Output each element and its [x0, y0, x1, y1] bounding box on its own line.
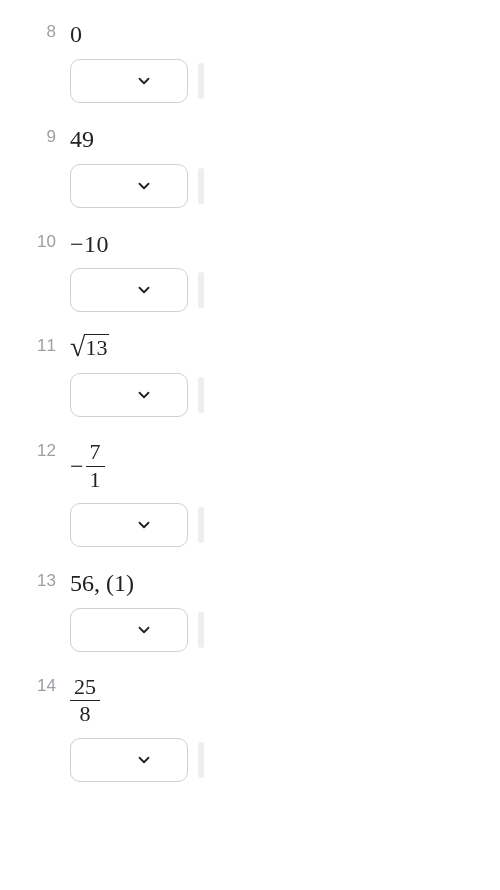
answer-select[interactable] — [70, 268, 188, 312]
question-expression: 56, (1) — [70, 569, 134, 598]
chevron-down-icon — [135, 516, 153, 534]
chevron-down-icon — [135, 72, 153, 90]
chevron-down-icon — [135, 177, 153, 195]
drag-handle[interactable] — [198, 612, 204, 648]
question-expression: √13 — [70, 334, 109, 363]
chevron-down-icon — [135, 751, 153, 769]
drag-handle[interactable] — [198, 272, 204, 308]
answer-select[interactable] — [70, 608, 188, 652]
answer-select[interactable] — [70, 503, 188, 547]
question-item: 80 — [30, 20, 470, 103]
drag-handle[interactable] — [198, 168, 204, 204]
question-item: 10−10 — [30, 230, 470, 313]
drag-handle[interactable] — [198, 742, 204, 778]
question-item: 14258 — [30, 674, 470, 782]
question-item: 11√13 — [30, 334, 470, 417]
question-expression: −71 — [70, 439, 105, 493]
answer-select[interactable] — [70, 738, 188, 782]
drag-handle[interactable] — [198, 507, 204, 543]
question-number: 8 — [30, 20, 70, 42]
question-item: 12−71 — [30, 439, 470, 547]
question-number: 14 — [30, 674, 70, 696]
chevron-down-icon — [135, 281, 153, 299]
question-number: 9 — [30, 125, 70, 147]
chevron-down-icon — [135, 386, 153, 404]
drag-handle[interactable] — [198, 377, 204, 413]
question-item: 1356, (1) — [30, 569, 470, 652]
drag-handle[interactable] — [198, 63, 204, 99]
question-item: 949 — [30, 125, 470, 208]
question-expression: 258 — [70, 674, 100, 728]
chevron-down-icon — [135, 621, 153, 639]
question-expression: 49 — [70, 125, 94, 154]
answer-select[interactable] — [70, 164, 188, 208]
question-number: 12 — [30, 439, 70, 461]
question-expression: −10 — [70, 230, 109, 259]
question-number: 11 — [30, 334, 70, 356]
question-number: 10 — [30, 230, 70, 252]
question-number: 13 — [30, 569, 70, 591]
answer-select[interactable] — [70, 373, 188, 417]
answer-select[interactable] — [70, 59, 188, 103]
question-expression: 0 — [70, 20, 82, 49]
